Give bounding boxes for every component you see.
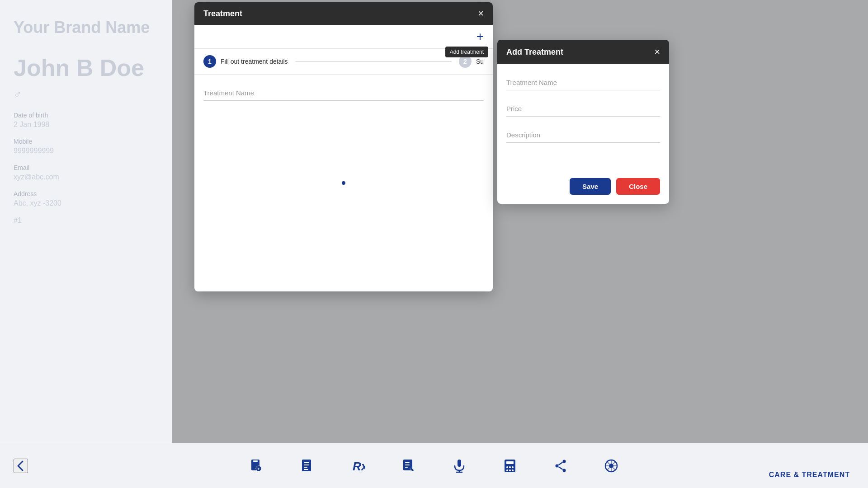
back-button[interactable]: [14, 459, 28, 473]
bottom-toolbar: + Rx: [0, 443, 868, 488]
brand-name: Your Brand Name: [14, 18, 158, 37]
panel-description-field: [506, 127, 660, 143]
svg-point-25: [512, 469, 514, 471]
svg-rect-13: [405, 467, 408, 468]
svg-point-20: [506, 466, 508, 468]
modal-toolbar: + Add treatment: [194, 25, 493, 49]
panel-title: Add Treatment: [506, 47, 563, 57]
svg-rect-6: [304, 465, 309, 465]
panel-price-input[interactable]: [506, 101, 660, 117]
calculator-icon[interactable]: [503, 459, 517, 473]
email-section: Email xyz@abc.com: [14, 164, 158, 181]
panel-close-button[interactable]: ×: [654, 46, 660, 58]
loading-indicator: [342, 181, 345, 185]
svg-point-21: [509, 466, 511, 468]
svg-text:+: +: [257, 467, 259, 471]
svg-rect-7: [304, 467, 307, 468]
svg-point-22: [512, 466, 514, 468]
step1-label: Fill out treatment details: [221, 58, 288, 65]
svg-rect-11: [405, 462, 410, 463]
care-treatment-label: CARE & TREATMENT: [769, 471, 850, 479]
svg-rect-15: [458, 460, 461, 467]
dob-value: 2 Jan 1998: [14, 121, 158, 129]
patient-id: #1: [14, 216, 158, 225]
step1-circle: 1: [203, 55, 216, 68]
address-section: Address Abc, xyz -3200: [14, 190, 158, 207]
camera-icon[interactable]: [604, 459, 618, 473]
panel-treatment-name-input[interactable]: [506, 75, 660, 90]
add-treatment-panel: Add Treatment × Save Close: [497, 40, 669, 204]
svg-text:Rx: Rx: [353, 460, 365, 473]
panel-price-field: [506, 101, 660, 117]
svg-rect-12: [405, 465, 410, 465]
address-value: Abc, xyz -3200: [14, 199, 158, 207]
document-icon[interactable]: [300, 459, 315, 473]
email-value: xyz@abc.com: [14, 173, 158, 181]
svg-line-29: [559, 462, 563, 465]
treatment-name-input[interactable]: [203, 85, 484, 101]
svg-line-38: [613, 468, 616, 470]
svg-rect-5: [304, 462, 309, 463]
notes-icon[interactable]: [401, 459, 416, 473]
mobile-label: Mobile: [14, 138, 158, 145]
step-1: 1 Fill out treatment details: [203, 55, 288, 68]
close-panel-button[interactable]: Close: [616, 178, 660, 195]
save-button[interactable]: Save: [570, 178, 611, 195]
panel-treatment-name-field: [506, 75, 660, 90]
svg-point-26: [563, 460, 566, 463]
patient-file-icon[interactable]: +: [250, 459, 264, 473]
svg-point-32: [609, 464, 613, 468]
panel-actions: Save Close: [497, 178, 669, 204]
modal-body: [194, 75, 493, 291]
dob-section: Date of birth 2 Jan 1998: [14, 112, 158, 129]
add-treatment-tooltip: Add treatment: [445, 47, 488, 57]
svg-line-39: [613, 461, 616, 464]
main-area: Treatment × + Add treatment 1 Fill out t…: [172, 0, 868, 443]
svg-point-28: [563, 469, 566, 472]
svg-rect-19: [506, 461, 514, 464]
svg-point-24: [509, 469, 511, 471]
mobile-section: Mobile 9999999999: [14, 138, 158, 155]
svg-point-27: [556, 464, 559, 467]
dob-label: Date of birth: [14, 112, 158, 119]
step-divider: [295, 61, 452, 62]
modal-title: Treatment: [203, 9, 242, 19]
step2-label: Su: [476, 58, 484, 65]
svg-rect-8: [304, 469, 308, 470]
panel-header: Add Treatment ×: [497, 40, 669, 64]
treatment-modal-close-button[interactable]: ×: [478, 9, 484, 19]
svg-line-37: [607, 461, 610, 464]
svg-line-30: [559, 467, 563, 469]
svg-line-40: [607, 468, 610, 470]
svg-point-23: [506, 469, 508, 471]
email-label: Email: [14, 164, 158, 171]
add-treatment-button[interactable]: +: [476, 29, 484, 44]
prescription-icon[interactable]: Rx: [351, 459, 365, 473]
gender-icon: ♂: [14, 88, 158, 101]
modal-header: Treatment ×: [194, 2, 493, 25]
address-label: Address: [14, 190, 158, 197]
panel-body: [497, 64, 669, 164]
patient-name: John B Doe: [14, 55, 158, 81]
svg-rect-1: [253, 460, 258, 462]
treatment-modal: Treatment × + Add treatment 1 Fill out t…: [194, 2, 493, 291]
mobile-value: 9999999999: [14, 147, 158, 155]
share-icon[interactable]: [553, 459, 568, 473]
microphone-icon[interactable]: [452, 459, 467, 473]
left-panel: Your Brand Name John B Doe ♂ Date of bir…: [0, 0, 172, 488]
panel-description-input[interactable]: [506, 127, 660, 143]
